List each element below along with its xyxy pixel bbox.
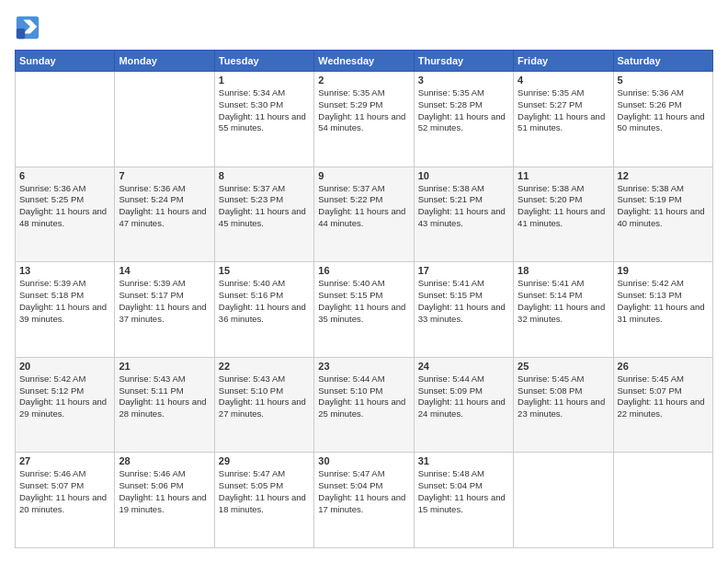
sunset: Sunset: 5:10 PM bbox=[318, 385, 382, 396]
sunrise: Sunrise: 5:48 AM bbox=[418, 468, 484, 478]
calendar-header-row: SundayMondayTuesdayWednesdayThursdayFrid… bbox=[16, 51, 713, 72]
day-number: 5 bbox=[618, 75, 709, 86]
day-number: 26 bbox=[618, 361, 709, 372]
day-number: 2 bbox=[318, 75, 409, 86]
calendar-week-2: 13Sunrise: 5:39 AMSunset: 5:18 PMDayligh… bbox=[16, 262, 713, 358]
cell-content: Sunrise: 5:47 AMSunset: 5:05 PMDaylight:… bbox=[219, 468, 310, 515]
svg-rect-2 bbox=[17, 29, 25, 39]
day-number: 13 bbox=[19, 265, 110, 276]
calendar-cell: 31Sunrise: 5:48 AMSunset: 5:04 PMDayligh… bbox=[414, 453, 513, 548]
sunrise: Sunrise: 5:35 AM bbox=[418, 87, 484, 98]
daylight: Daylight: 11 hours and 51 minutes. bbox=[518, 111, 605, 133]
calendar-cell: 24Sunrise: 5:44 AMSunset: 5:09 PMDayligh… bbox=[414, 357, 513, 453]
daylight: Daylight: 11 hours and 55 minutes. bbox=[219, 111, 306, 133]
cell-content: Sunrise: 5:48 AMSunset: 5:04 PMDaylight:… bbox=[418, 468, 509, 515]
day-number: 27 bbox=[19, 455, 110, 466]
sunset: Sunset: 5:14 PM bbox=[518, 290, 582, 300]
daylight: Daylight: 11 hours and 52 minutes. bbox=[418, 111, 506, 133]
sunset: Sunset: 5:25 PM bbox=[19, 194, 84, 204]
sunset: Sunset: 5:11 PM bbox=[119, 385, 183, 396]
calendar-cell: 12Sunrise: 5:38 AMSunset: 5:19 PMDayligh… bbox=[613, 167, 712, 262]
daylight: Daylight: 11 hours and 27 minutes. bbox=[219, 396, 306, 419]
cell-content: Sunrise: 5:40 AMSunset: 5:15 PMDaylight:… bbox=[318, 278, 409, 325]
col-header-monday: Monday bbox=[115, 51, 214, 72]
sunset: Sunset: 5:05 PM bbox=[219, 480, 283, 490]
sunrise: Sunrise: 5:38 AM bbox=[618, 183, 684, 193]
cell-content: Sunrise: 5:36 AMSunset: 5:26 PMDaylight:… bbox=[618, 87, 709, 134]
cell-content: Sunrise: 5:46 AMSunset: 5:07 PMDaylight:… bbox=[19, 468, 110, 515]
sunset: Sunset: 5:12 PM bbox=[19, 385, 84, 396]
calendar-cell: 10Sunrise: 5:38 AMSunset: 5:21 PMDayligh… bbox=[414, 167, 513, 262]
logo-icon bbox=[15, 15, 40, 40]
sunset: Sunset: 5:28 PM bbox=[418, 99, 483, 109]
cell-content: Sunrise: 5:45 AMSunset: 5:08 PMDaylight:… bbox=[518, 373, 609, 420]
calendar-cell: 21Sunrise: 5:43 AMSunset: 5:11 PMDayligh… bbox=[115, 357, 214, 453]
sunset: Sunset: 5:10 PM bbox=[219, 385, 283, 396]
sunset: Sunset: 5:04 PM bbox=[318, 480, 382, 490]
col-header-wednesday: Wednesday bbox=[314, 51, 414, 72]
cell-content: Sunrise: 5:44 AMSunset: 5:09 PMDaylight:… bbox=[418, 373, 509, 420]
calendar-cell: 26Sunrise: 5:45 AMSunset: 5:07 PMDayligh… bbox=[613, 357, 712, 453]
daylight: Daylight: 11 hours and 24 minutes. bbox=[418, 396, 506, 419]
sunrise: Sunrise: 5:46 AM bbox=[119, 468, 185, 478]
page: SundayMondayTuesdayWednesdayThursdayFrid… bbox=[0, 0, 728, 563]
cell-content: Sunrise: 5:38 AMSunset: 5:21 PMDaylight:… bbox=[418, 183, 509, 230]
cell-content: Sunrise: 5:35 AMSunset: 5:28 PMDaylight:… bbox=[418, 87, 509, 134]
sunset: Sunset: 5:06 PM bbox=[119, 480, 183, 490]
sunrise: Sunrise: 5:38 AM bbox=[418, 183, 484, 193]
day-number: 19 bbox=[618, 265, 709, 276]
sunset: Sunset: 5:23 PM bbox=[219, 194, 283, 204]
calendar-cell: 5Sunrise: 5:36 AMSunset: 5:26 PMDaylight… bbox=[613, 72, 712, 167]
day-number: 4 bbox=[518, 75, 609, 86]
day-number: 28 bbox=[119, 455, 210, 466]
sunrise: Sunrise: 5:36 AM bbox=[618, 87, 684, 98]
sunrise: Sunrise: 5:44 AM bbox=[418, 373, 484, 384]
calendar-cell: 23Sunrise: 5:44 AMSunset: 5:10 PMDayligh… bbox=[314, 357, 414, 453]
sunrise: Sunrise: 5:42 AM bbox=[618, 278, 684, 288]
day-number: 23 bbox=[318, 361, 409, 372]
calendar-cell: 30Sunrise: 5:47 AMSunset: 5:04 PMDayligh… bbox=[314, 453, 414, 548]
calendar-cell: 14Sunrise: 5:39 AMSunset: 5:17 PMDayligh… bbox=[115, 262, 214, 358]
sunset: Sunset: 5:26 PM bbox=[618, 99, 682, 109]
sunset: Sunset: 5:22 PM bbox=[318, 194, 382, 204]
daylight: Daylight: 11 hours and 18 minutes. bbox=[219, 492, 306, 514]
sunset: Sunset: 5:15 PM bbox=[318, 290, 382, 300]
calendar-cell: 2Sunrise: 5:35 AMSunset: 5:29 PMDaylight… bbox=[314, 72, 414, 167]
cell-content: Sunrise: 5:44 AMSunset: 5:10 PMDaylight:… bbox=[318, 373, 409, 420]
cell-content: Sunrise: 5:36 AMSunset: 5:25 PMDaylight:… bbox=[19, 183, 110, 230]
cell-content: Sunrise: 5:43 AMSunset: 5:10 PMDaylight:… bbox=[219, 373, 310, 420]
sunset: Sunset: 5:27 PM bbox=[518, 99, 582, 109]
sunset: Sunset: 5:16 PM bbox=[219, 290, 283, 300]
day-number: 12 bbox=[618, 170, 709, 181]
calendar-cell: 4Sunrise: 5:35 AMSunset: 5:27 PMDaylight… bbox=[514, 72, 613, 167]
calendar-cell: 17Sunrise: 5:41 AMSunset: 5:15 PMDayligh… bbox=[414, 262, 513, 358]
calendar-cell: 13Sunrise: 5:39 AMSunset: 5:18 PMDayligh… bbox=[16, 262, 115, 358]
day-number: 29 bbox=[219, 455, 310, 466]
daylight: Daylight: 11 hours and 33 minutes. bbox=[418, 302, 506, 324]
calendar-cell: 11Sunrise: 5:38 AMSunset: 5:20 PMDayligh… bbox=[514, 167, 613, 262]
cell-content: Sunrise: 5:37 AMSunset: 5:23 PMDaylight:… bbox=[219, 183, 310, 230]
daylight: Daylight: 11 hours and 32 minutes. bbox=[518, 302, 605, 324]
logo bbox=[15, 15, 44, 40]
daylight: Daylight: 11 hours and 40 minutes. bbox=[618, 206, 705, 228]
daylight: Daylight: 11 hours and 45 minutes. bbox=[219, 206, 306, 228]
sunrise: Sunrise: 5:38 AM bbox=[518, 183, 584, 193]
day-number: 20 bbox=[19, 361, 110, 372]
calendar-cell: 19Sunrise: 5:42 AMSunset: 5:13 PMDayligh… bbox=[613, 262, 712, 358]
cell-content: Sunrise: 5:38 AMSunset: 5:20 PMDaylight:… bbox=[518, 183, 609, 230]
sunrise: Sunrise: 5:34 AM bbox=[219, 87, 285, 98]
daylight: Daylight: 11 hours and 23 minutes. bbox=[518, 396, 605, 419]
cell-content: Sunrise: 5:35 AMSunset: 5:27 PMDaylight:… bbox=[518, 87, 609, 134]
sunset: Sunset: 5:20 PM bbox=[518, 194, 582, 204]
day-number: 16 bbox=[318, 265, 409, 276]
day-number: 22 bbox=[219, 361, 310, 372]
day-number: 10 bbox=[418, 170, 509, 181]
sunrise: Sunrise: 5:42 AM bbox=[19, 373, 85, 384]
sunrise: Sunrise: 5:36 AM bbox=[19, 183, 85, 193]
daylight: Daylight: 11 hours and 17 minutes. bbox=[318, 492, 405, 514]
col-header-friday: Friday bbox=[514, 51, 613, 72]
day-number: 6 bbox=[19, 170, 110, 181]
daylight: Daylight: 11 hours and 31 minutes. bbox=[618, 302, 705, 324]
day-number: 3 bbox=[418, 75, 509, 86]
sunset: Sunset: 5:18 PM bbox=[19, 290, 84, 300]
